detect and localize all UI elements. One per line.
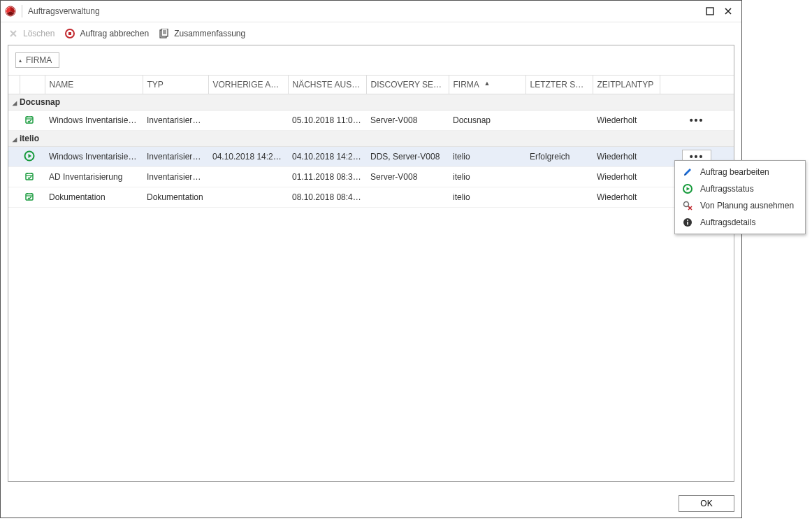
col-firma[interactable]: FIRMA ▲ (449, 76, 525, 94)
toolbar: Löschen Auftrag abbrechen Zusammenfassun… (1, 22, 741, 45)
delete-label: Löschen (23, 29, 55, 38)
table-row[interactable]: DokumentationDokumentation08.10.2018 08:… (8, 187, 734, 208)
cell-next: 01.11.2018 08:38:06 (288, 167, 366, 187)
footer: OK (679, 495, 734, 512)
cell-status (525, 167, 593, 187)
cell-disc: Server-V008 (366, 110, 449, 131)
summary-icon (159, 28, 170, 39)
ctx-details[interactable]: Auftragsdetails (675, 214, 805, 231)
cell-disc (366, 187, 449, 208)
cell-zeit: Wiederholt (593, 187, 660, 208)
col-icon[interactable] (20, 76, 45, 94)
cell-prev: 04.10.2018 14:25:45 (208, 147, 288, 167)
group-by-chip[interactable]: ▴ FIRMA (15, 52, 59, 68)
cell-firma: itelio (449, 147, 525, 167)
schedule-icon (24, 171, 35, 182)
cell-prev (208, 187, 288, 208)
svg-point-11 (684, 202, 689, 207)
sort-asc-icon: ▲ (484, 80, 491, 87)
svg-rect-3 (68, 32, 71, 35)
cell-icon (20, 110, 45, 131)
col-typ[interactable]: TYP (143, 76, 208, 94)
cell-name: Windows Inventarisieru... (45, 110, 143, 131)
app-icon (5, 6, 16, 17)
cell-zeit: Wiederholt (593, 147, 660, 167)
ctx-edit-job[interactable]: Auftrag bearbeiten (675, 164, 805, 180)
cell-expander (8, 167, 20, 187)
cell-next: 08.10.2018 08:45:16 (288, 187, 366, 208)
cell-firma: itelio (449, 187, 525, 208)
col-zeit[interactable]: ZEITPLANTYP (593, 76, 660, 94)
svg-rect-13 (687, 222, 688, 225)
cell-prev (208, 167, 288, 187)
cell-actions: ••• (660, 110, 734, 131)
pencil-icon (682, 166, 693, 178)
ctx-exclude[interactable]: Von Planung ausnehmen (675, 197, 805, 214)
group-by-label: FIRMA (26, 55, 52, 65)
col-name[interactable]: NAME (45, 76, 143, 94)
col-prev[interactable]: VORHERIGE AUSF... (208, 76, 288, 94)
table-group-row[interactable]: ◢itelio (8, 131, 734, 147)
titlebar-separator (22, 5, 22, 17)
cell-expander (8, 110, 20, 131)
summary-label: Zusammenfassung (174, 29, 245, 38)
titlebar: Auftragsverwaltung (1, 1, 741, 22)
col-expander[interactable] (8, 76, 20, 94)
cancel-job-label: Auftrag abbrechen (80, 29, 149, 38)
summary-button[interactable]: Zusammenfassung (159, 28, 245, 39)
svg-point-14 (687, 220, 688, 221)
col-status[interactable]: LETZTER STATUS (525, 76, 593, 94)
cell-disc: Server-V008 (366, 167, 449, 187)
stop-icon (64, 28, 75, 39)
group-label: itelio (20, 134, 39, 143)
table-row[interactable]: AD InventarisierungInventarisierung01.11… (8, 167, 734, 187)
cell-icon (20, 147, 45, 167)
cell-name: AD Inventarisierung (45, 167, 143, 187)
table-group-row[interactable]: ◢Docusnap (8, 94, 734, 110)
schedule-icon (24, 114, 35, 125)
cell-icon (20, 187, 45, 208)
table-header-row: NAME TYP VORHERIGE AUSF... NÄCHSTE AUSFÜ… (8, 76, 734, 94)
table-row[interactable]: Windows Inventarisieru...Inventarisierun… (8, 110, 734, 131)
cell-status: Erfolgreich (525, 147, 593, 167)
ok-button[interactable]: OK (679, 495, 734, 512)
col-next[interactable]: NÄCHSTE AUSFÜ... (288, 76, 366, 94)
info-icon (682, 217, 693, 228)
cancel-job-button[interactable]: Auftrag abbrechen (64, 28, 149, 39)
ctx-status-label: Auftragsstatus (700, 184, 754, 194)
cell-firma: Docusnap (449, 110, 525, 131)
cell-expander (8, 147, 20, 167)
cell-typ: Dokumentation (143, 187, 208, 208)
ctx-edit-label: Auftrag bearbeiten (700, 167, 769, 177)
delete-icon (8, 28, 19, 39)
col-disc[interactable]: DISCOVERY SERVICE (366, 76, 449, 94)
cell-typ: Inventarisierung (143, 167, 208, 187)
col-firma-label: FIRMA (454, 80, 479, 90)
play-icon (24, 150, 35, 162)
group-label: Docusnap (20, 97, 60, 107)
schedule-icon (24, 191, 35, 202)
close-button[interactable] (719, 4, 737, 18)
exclude-icon (682, 200, 693, 211)
maximize-button[interactable] (701, 4, 719, 18)
cell-firma: itelio (449, 167, 525, 187)
main-panel: ▴ FIRMA NAME TYP VORHERIGE AUSF... NÄCHS… (8, 45, 734, 482)
chevron-down-icon: ◢ (13, 136, 17, 143)
svg-rect-1 (706, 8, 713, 15)
window-title: Auftragsverwaltung (28, 6, 100, 16)
row-actions-button[interactable]: ••• (682, 113, 711, 127)
cell-status (525, 110, 593, 131)
play-icon (682, 183, 693, 194)
cell-expander (8, 187, 20, 208)
ctx-details-label: Auftragsdetails (700, 217, 755, 227)
cell-status (525, 187, 593, 208)
cell-prev (208, 110, 288, 131)
cell-disc: DDS, Server-V008 (366, 147, 449, 167)
cell-typ: Inventarisierung (143, 110, 208, 131)
cell-zeit: Wiederholt (593, 110, 660, 131)
col-actions[interactable] (660, 76, 734, 94)
chevron-down-icon: ◢ (13, 100, 17, 106)
ctx-job-status[interactable]: Auftragsstatus (675, 180, 805, 197)
table-row[interactable]: Windows Inventarisieru...Inventarisierun… (8, 147, 734, 167)
cell-next: 04.10.2018 14:26:23 (288, 147, 366, 167)
